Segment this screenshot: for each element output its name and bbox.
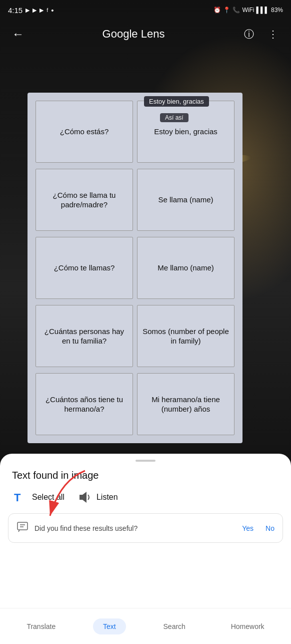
tab-search[interactable]: Search [156, 618, 194, 634]
cell-3-1: ¿Cómo te llamas? [36, 237, 133, 299]
bottom-sheet: Text found in image T Select all Listen [0, 454, 291, 644]
select-all-label: Select all [32, 493, 64, 502]
alarm-icon: ⏰ [214, 7, 221, 14]
tab-homework-label: Homework [231, 622, 264, 630]
tab-homework[interactable]: Homework [223, 618, 272, 634]
battery-display: 83% [271, 7, 283, 14]
cell-1-1: ¿Cómo estás? [36, 101, 133, 163]
status-bar-right: ⏰ 📍 📞 WiFi ▌▌▌ 83% [214, 7, 283, 14]
more-button[interactable]: ⋮ [263, 24, 283, 44]
feedback-icon [16, 521, 28, 535]
bottom-tabs: Translate Text Search Homework [0, 608, 291, 644]
feedback-no-button[interactable]: No [266, 524, 274, 532]
tab-search-label: Search [164, 622, 186, 630]
location-icon: 📍 [223, 7, 230, 14]
feedback-bar: Did you find these results useful? Yes N… [8, 513, 283, 543]
cell-3-2: Me llamo (name) [137, 237, 234, 299]
cell-1-2: Estoy bien, gracias [137, 101, 234, 163]
tab-text-label: Text [103, 622, 116, 630]
tab-text[interactable]: Text [93, 618, 126, 634]
text-select-icon: T [13, 490, 27, 504]
listen-button[interactable]: Listen [76, 489, 118, 505]
sheet-actions: T Select all Listen [0, 485, 291, 513]
svg-marker-2 [80, 492, 86, 503]
app-header: ← Google Lens ⓘ ⋮ [0, 20, 291, 48]
dot-icon: • [51, 6, 54, 15]
select-all-icon: T [12, 489, 28, 505]
lens-text: Lens [141, 28, 165, 40]
cell-5-1: ¿Cuántos años tiene tu hermano/a? [36, 373, 133, 435]
sheet-title: Text found in image [0, 462, 291, 485]
signal-icon: ▌▌▌ [256, 7, 269, 14]
app-title: Google Lens [28, 28, 239, 41]
cell-5-2: Mi heramano/a tiene (number) años [137, 373, 234, 435]
cell-2-2: Se llama (name) [137, 169, 234, 231]
info-button[interactable]: ⓘ [239, 24, 259, 44]
svg-text:T: T [14, 491, 21, 504]
svg-rect-3 [18, 522, 28, 530]
listen-icon [76, 489, 92, 505]
select-all-button[interactable]: T Select all [12, 489, 64, 505]
speaker-icon [78, 490, 92, 504]
overlay-text-2: Así así [160, 113, 188, 122]
yt-icon-1: ▶ [26, 7, 30, 14]
listen-label: Listen [96, 493, 118, 502]
header-actions: ⓘ ⋮ [239, 24, 283, 44]
tab-translate-label: Translate [26, 622, 56, 630]
feedback-question: Did you find these results useful? [34, 524, 232, 532]
comment-icon [16, 521, 28, 533]
google-text: Google [102, 28, 141, 40]
fb-icon: f [46, 7, 48, 13]
back-button[interactable]: ← [8, 24, 28, 44]
cell-4-1: ¿Cuántas personas hay en tu familia? [36, 305, 133, 367]
tab-translate[interactable]: Translate [18, 618, 64, 634]
overlay-text-1: Estoy bien, gracias [144, 96, 209, 107]
wifi-icon: WiFi [242, 7, 254, 14]
status-bar: 4:15 ▶ ▶ ▶ f • ⏰ 📍 📞 WiFi ▌▌▌ 83% [0, 0, 291, 20]
document-paper: ¿Cómo estás? Estoy bien, gracias ¿Cómo s… [28, 93, 242, 443]
time-display: 4:15 [8, 6, 22, 15]
call-icon: 📞 [232, 7, 240, 14]
feedback-yes-button[interactable]: Yes [242, 524, 254, 532]
status-bar-left: 4:15 ▶ ▶ ▶ f • [8, 6, 54, 15]
yt-icon-3: ▶ [40, 7, 44, 14]
yt-icon-2: ▶ [32, 7, 36, 14]
cell-4-2: Somos (number of people in family) [137, 305, 234, 367]
camera-area: ¿Cómo estás? Estoy bien, gracias ¿Cómo s… [0, 0, 291, 481]
cell-2-1: ¿Cómo se llama tu padre/madre? [36, 169, 133, 231]
